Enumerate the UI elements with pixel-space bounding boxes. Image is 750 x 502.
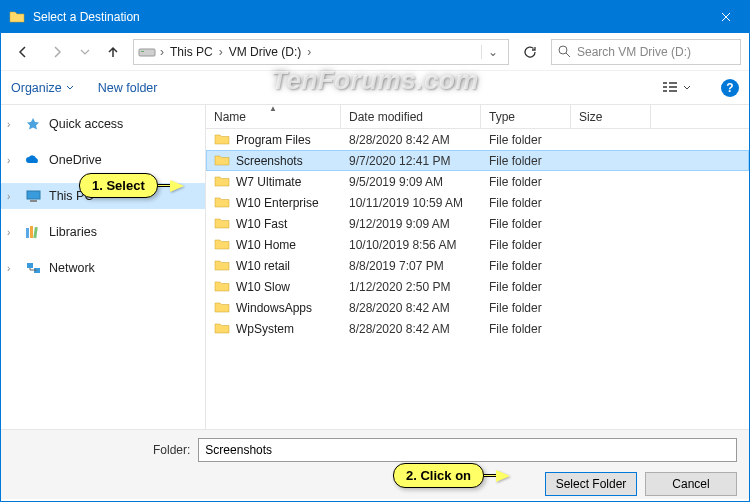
file-type: File folder: [481, 238, 571, 252]
dialog-body: › Quick access › OneDrive › This PC › Li…: [1, 105, 749, 429]
file-type: File folder: [481, 322, 571, 336]
file-date: 10/10/2019 8:56 AM: [341, 238, 481, 252]
title-bar[interactable]: Select a Destination: [1, 1, 749, 33]
help-button[interactable]: ?: [721, 79, 739, 97]
file-date: 8/28/2020 8:42 AM: [341, 133, 481, 147]
svg-rect-12: [30, 226, 33, 238]
chevron-right-icon: ›: [305, 45, 313, 59]
folder-icon: [214, 300, 230, 316]
chevron-right-icon: ›: [7, 263, 10, 274]
view-options-button[interactable]: [657, 77, 697, 99]
network-icon: [25, 260, 41, 276]
file-date: 8/28/2020 8:42 AM: [341, 322, 481, 336]
dropdown-icon: [66, 84, 74, 92]
file-row[interactable]: W10 retail8/8/2019 7:07 PMFile folder: [206, 255, 749, 276]
folder-icon: [214, 216, 230, 232]
drive-icon: [138, 45, 156, 59]
chevron-right-icon: ›: [7, 155, 10, 166]
dialog-buttons: Select Folder Cancel: [13, 472, 737, 496]
svg-rect-4: [663, 86, 667, 88]
folder-name-input[interactable]: [198, 438, 737, 462]
file-name: Program Files: [236, 133, 311, 147]
close-button[interactable]: [703, 1, 749, 33]
sidebar-item-onedrive[interactable]: › OneDrive: [1, 147, 205, 173]
file-date: 9/7/2020 12:41 PM: [341, 154, 481, 168]
sidebar-item-label: Quick access: [49, 117, 123, 131]
up-button[interactable]: [99, 38, 127, 66]
cancel-button[interactable]: Cancel: [645, 472, 737, 496]
svg-point-2: [559, 46, 567, 54]
breadcrumb-segment[interactable]: This PC: [166, 45, 217, 59]
forward-button[interactable]: [43, 38, 71, 66]
column-headers: ▲Name Date modified Type Size: [206, 105, 749, 129]
file-type: File folder: [481, 259, 571, 273]
chevron-right-icon: ›: [217, 45, 225, 59]
callout-bubble: 2. Click on: [393, 463, 484, 488]
svg-rect-8: [669, 90, 677, 92]
computer-icon: [25, 188, 41, 204]
folder-label: Folder:: [153, 443, 190, 457]
dropdown-icon: [683, 84, 691, 92]
star-icon: [25, 116, 41, 132]
file-row[interactable]: WindowsApps8/28/2020 8:42 AMFile folder: [206, 297, 749, 318]
file-name: WindowsApps: [236, 301, 312, 315]
file-row[interactable]: Screenshots9/7/2020 12:41 PMFile folder: [206, 150, 749, 171]
annotation-step-2: 2. Click on: [393, 463, 510, 488]
file-type: File folder: [481, 301, 571, 315]
file-type: File folder: [481, 133, 571, 147]
column-header-size[interactable]: Size: [571, 105, 651, 128]
folder-input-row: Folder:: [153, 438, 737, 462]
sidebar-item-libraries[interactable]: › Libraries: [1, 219, 205, 245]
organize-menu[interactable]: Organize: [11, 81, 74, 95]
navigation-bar: › This PC › VM Drive (D:) › ⌄ Search VM …: [1, 33, 749, 71]
search-placeholder: Search VM Drive (D:): [577, 45, 691, 59]
callout-bubble: 1. Select: [79, 173, 158, 198]
svg-rect-0: [139, 49, 155, 56]
file-row[interactable]: W10 Enterprise10/11/2019 10:59 AMFile fo…: [206, 192, 749, 213]
column-header-date[interactable]: Date modified: [341, 105, 481, 128]
sidebar-item-quick-access[interactable]: › Quick access: [1, 111, 205, 137]
file-rows: Program Files8/28/2020 8:42 AMFile folde…: [206, 129, 749, 429]
file-row[interactable]: W10 Fast9/12/2019 9:09 AMFile folder: [206, 213, 749, 234]
folder-icon: [214, 132, 230, 148]
chevron-right-icon: ›: [158, 45, 166, 59]
svg-rect-11: [26, 228, 29, 238]
file-date: 8/28/2020 8:42 AM: [341, 301, 481, 315]
column-header-name[interactable]: ▲Name: [206, 105, 341, 128]
sidebar-item-network[interactable]: › Network: [1, 255, 205, 281]
file-row[interactable]: WpSystem8/28/2020 8:42 AMFile folder: [206, 318, 749, 339]
folder-icon: [214, 237, 230, 253]
chevron-down-icon[interactable]: ⌄: [481, 45, 504, 59]
file-row[interactable]: W10 Slow1/12/2020 2:50 PMFile folder: [206, 276, 749, 297]
breadcrumb[interactable]: › This PC › VM Drive (D:) › ⌄: [133, 39, 509, 65]
svg-rect-1: [141, 51, 144, 52]
file-name: W10 Fast: [236, 217, 287, 231]
list-icon: [663, 82, 679, 94]
chevron-right-icon: ›: [7, 119, 10, 130]
file-name: W10 retail: [236, 259, 290, 273]
column-label: Name: [214, 110, 246, 124]
column-header-type[interactable]: Type: [481, 105, 571, 128]
select-folder-button[interactable]: Select Folder: [545, 472, 637, 496]
cloud-icon: [25, 152, 41, 168]
refresh-button[interactable]: [515, 39, 545, 65]
folder-icon: [214, 279, 230, 295]
back-button[interactable]: [9, 38, 37, 66]
file-row[interactable]: Program Files8/28/2020 8:42 AMFile folde…: [206, 129, 749, 150]
file-name: W10 Enterprise: [236, 196, 319, 210]
svg-rect-3: [663, 82, 667, 84]
breadcrumb-segment[interactable]: VM Drive (D:): [225, 45, 306, 59]
new-folder-button[interactable]: New folder: [98, 81, 158, 95]
recent-locations-button[interactable]: [77, 38, 93, 66]
file-type: File folder: [481, 154, 571, 168]
file-row[interactable]: W10 Home10/10/2019 8:56 AMFile folder: [206, 234, 749, 255]
file-row[interactable]: W7 Ultimate9/5/2019 9:09 AMFile folder: [206, 171, 749, 192]
svg-rect-9: [27, 191, 40, 199]
toolbar: Organize New folder ?: [1, 71, 749, 105]
chevron-right-icon: ›: [7, 227, 10, 238]
search-icon: [558, 45, 571, 58]
dialog-window: Select a Destination › This PC › VM Driv…: [0, 0, 750, 502]
file-date: 9/5/2019 9:09 AM: [341, 175, 481, 189]
search-input[interactable]: Search VM Drive (D:): [551, 39, 741, 65]
chevron-right-icon: ›: [7, 191, 10, 202]
